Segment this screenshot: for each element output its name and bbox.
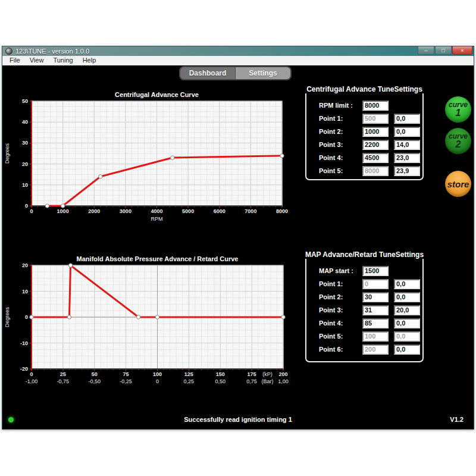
settings-rows: MAP start :Point 1:Point 2:Point 3:Point… [306, 256, 422, 356]
map-point-6-value2-input[interactable] [394, 345, 420, 355]
map-point-3-label: Point 3: [319, 306, 362, 314]
settings-row: MAP start : [319, 264, 422, 277]
store-button[interactable]: store [445, 171, 471, 197]
x-axis-unit-kp: (kP) [262, 371, 273, 377]
ca-point-4-value2-input[interactable] [394, 153, 420, 163]
settings-row: Point 1: [319, 112, 422, 125]
x-tick-label: 6000 [214, 208, 226, 214]
ca-point-4-value1-input[interactable] [362, 153, 389, 163]
settings-rows: RPM limit :Point 1:Point 2:Point 3:Point… [306, 90, 422, 177]
curve-2-button-number: 2 [456, 140, 461, 149]
ca-point-2-value2-input[interactable] [394, 127, 420, 137]
tab-strip: Dashboard Settings [179, 66, 292, 80]
x-tick-label: 75 [123, 371, 129, 377]
ca-point-5-value1-input[interactable] [362, 166, 389, 176]
curve-point-marker [99, 175, 102, 178]
map-advance-retard-chart-svg: -20-10010200255075100125150175200-1,00-0… [2, 255, 300, 390]
minimize-icon: – [424, 48, 427, 54]
map-point-3-value2-input[interactable] [394, 305, 420, 315]
ca-point-1-value1-input[interactable] [362, 114, 389, 124]
ca-point-3-value2-input[interactable] [394, 140, 420, 150]
settings-row: Point 4: [319, 151, 422, 164]
panel-legend: MAP Advance/Retard TuneSettings [302, 250, 427, 259]
map-point-1-value1-input[interactable] [362, 279, 389, 289]
app-window: 123\TUNE - version 1.0.0 –□× FileViewTun… [2, 46, 474, 430]
y-axis-label: Degrees [4, 143, 10, 164]
x-tick-label: 1000 [57, 208, 69, 214]
chart-title: Centrifugal Advance Curve [115, 91, 199, 98]
x-tick-label: 175 [248, 371, 256, 377]
title-bar: 123\TUNE - version 1.0.0 –□× [2, 46, 474, 56]
map-point-6-value1-input[interactable] [362, 345, 389, 355]
y-tick-label: 0 [25, 314, 28, 320]
minimize-button[interactable]: – [418, 46, 434, 55]
map-point-4-value2-input[interactable] [394, 318, 420, 328]
y-tick-label: -20 [20, 366, 28, 372]
window-controls: –□× [418, 46, 472, 56]
curve-1-button[interactable]: curve 1 [445, 96, 471, 123]
ca-point-4-label: Point 4: [319, 154, 362, 161]
map-point-4-value1-input[interactable] [362, 318, 389, 328]
menu-item-tuning[interactable]: Tuning [48, 56, 77, 65]
settings-row: Point 2: [319, 290, 422, 303]
ca-point-3-label: Point 3: [319, 141, 362, 148]
tab-dashboard[interactable]: Dashboard [180, 67, 236, 79]
x-tick-label: 150 [216, 371, 225, 377]
map-point-5-value1-input[interactable] [362, 331, 389, 342]
map-point-1-value2-input[interactable] [394, 279, 420, 289]
x-tick-label: 3000 [120, 208, 131, 214]
x-tick-label: 200 [278, 371, 287, 377]
map-map-start-value1-input[interactable] [362, 266, 389, 276]
settings-row: Point 3: [319, 303, 422, 317]
close-button[interactable]: × [452, 46, 472, 55]
x-axis-label: RPM [151, 216, 163, 222]
menu-item-view[interactable]: View [25, 56, 49, 65]
curve-point-marker [68, 264, 72, 267]
x-tick-label-bar: -0,50 [88, 378, 101, 384]
map-point-3-value1-input[interactable] [362, 305, 389, 315]
ca-rpm-limit-value1-input[interactable] [362, 101, 389, 111]
curve-point-marker [45, 204, 49, 208]
map-point-2-value1-input[interactable] [362, 292, 389, 302]
store-button-label: store [447, 179, 469, 189]
maximize-button[interactable]: □ [435, 46, 452, 55]
x-tick-label-bar: 0,50 [215, 378, 226, 384]
settings-row: Point 4: [319, 317, 422, 330]
x-axis-unit-bar: (Bar) [262, 378, 274, 384]
x-tick-label-bar: 0,75 [246, 378, 257, 384]
menu-item-help[interactable]: Help [78, 56, 101, 65]
ca-point-5-value2-input[interactable] [394, 166, 420, 176]
curve-point-marker [155, 315, 159, 319]
y-tick-label: 50 [22, 98, 28, 104]
y-tick-label: 10 [22, 289, 28, 295]
tab-settings[interactable]: Settings [236, 67, 290, 79]
panel-legend: Centrifugal Advance TuneSettings [303, 85, 425, 93]
ca-point-3-value1-input[interactable] [362, 140, 389, 150]
map-point-2-value2-input[interactable] [394, 292, 420, 302]
map-point-5-value2-input[interactable] [394, 331, 420, 342]
curve-point-marker [280, 154, 284, 158]
menu-item-file[interactable]: File [5, 56, 25, 65]
map-point-5-label: Point 5: [319, 333, 362, 340]
x-tick-label-bar: 1,00 [278, 378, 289, 384]
x-tick-label: 5000 [182, 208, 194, 214]
centrifugal-advance-chart: 0102030405001000200030004000500060007000… [2, 89, 300, 227]
curve-point-marker [67, 315, 71, 319]
ca-point-1-value2-input[interactable] [394, 114, 420, 124]
x-tick-label: 4000 [151, 208, 162, 214]
curve-2-button[interactable]: curve 2 [445, 128, 471, 154]
x-tick-label-bar: 0,25 [184, 378, 195, 384]
y-axis-label: Degrees [4, 306, 10, 327]
ca-point-1-label: Point 1: [319, 115, 362, 122]
x-tick-label: 25 [60, 371, 66, 377]
y-tick-label: 10 [22, 182, 28, 188]
curve-point-marker [171, 156, 174, 159]
chart-title: Manifold Absolute Pressure Advance / Ret… [77, 255, 239, 262]
y-tick-label: -10 [20, 340, 28, 346]
ca-point-2-value1-input[interactable] [362, 127, 389, 137]
centrifugal-advance-chart-svg: 0102030405001000200030004000500060007000… [2, 89, 300, 227]
client-area: Dashboard Settings 010203040500100020003… [2, 65, 474, 429]
x-tick-label: 100 [153, 371, 162, 377]
settings-row: Point 6: [319, 343, 422, 356]
settings-row: Point 5: [319, 330, 422, 343]
